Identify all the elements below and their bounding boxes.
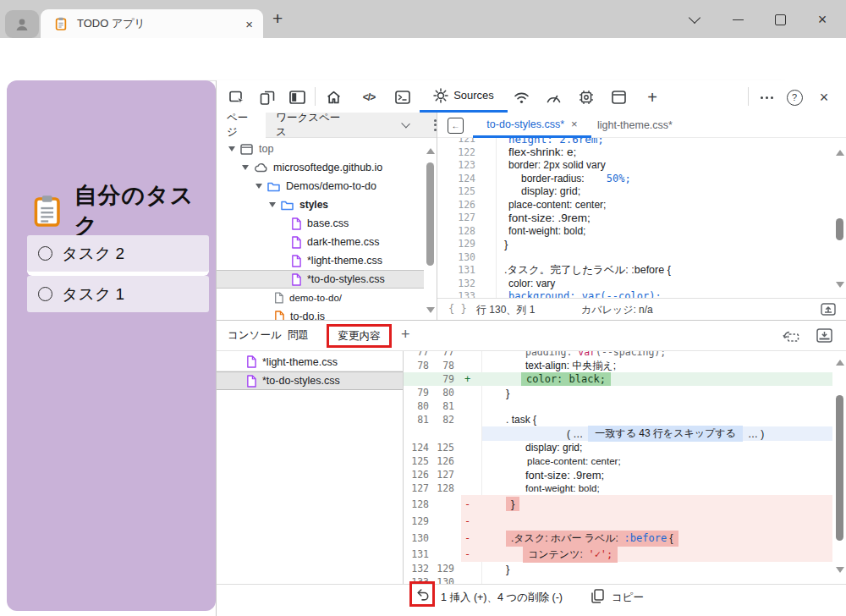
maximize-icon[interactable] xyxy=(767,8,793,30)
dock-drawer-icon[interactable] xyxy=(816,328,832,343)
changed-file-light-theme[interactable]: *light-theme.css xyxy=(217,353,403,371)
browser-toolbar: microsoftedge.github.io/Demos/demo-to-do… xyxy=(0,38,846,76)
copy-button[interactable]: コピー xyxy=(612,591,644,605)
tab-workspace[interactable]: ワークスペース xyxy=(266,111,354,140)
diff-skip-band[interactable]: ( …一致する 43 行をスキップする… ) xyxy=(482,426,832,441)
browser-tab[interactable]: TODO アプリ × xyxy=(41,9,263,38)
tree-item-dark-theme-css[interactable]: dark-theme.css xyxy=(217,233,425,251)
focus-page-icon[interactable] xyxy=(286,86,308,108)
revert-icon[interactable] xyxy=(415,587,430,601)
diff-row: 125126 place-content: center; xyxy=(404,454,832,468)
toolbar-separator xyxy=(748,87,749,106)
diff-view[interactable]: 7777 padding: var(--spacing); 7878 text-… xyxy=(404,351,846,584)
profile-button[interactable] xyxy=(5,10,39,38)
device-emulation-icon[interactable] xyxy=(256,86,278,108)
devtools-close-icon[interactable]: × xyxy=(813,86,835,108)
tree-item-to-do-styles-css[interactable]: *to-do-styles.css xyxy=(217,270,425,289)
navigator-tab-strip: ページ ワークスペース xyxy=(217,113,437,138)
css-file-icon xyxy=(291,217,301,230)
expand-arrow-icon[interactable] xyxy=(242,165,249,170)
more-tabs-chevron-icon[interactable] xyxy=(401,119,410,129)
expand-arrow-icon[interactable] xyxy=(269,202,276,207)
console-tool-icon[interactable] xyxy=(392,86,414,108)
diff-row-deleted: 129- xyxy=(404,513,832,530)
tab-search-chevron-icon[interactable] xyxy=(682,8,707,30)
drawer-more-tabs-icon[interactable]: + xyxy=(401,326,410,344)
navigator-toggle-icon[interactable]: ← xyxy=(448,118,464,134)
tab-close-icon[interactable]: × xyxy=(571,118,578,130)
welcome-home-icon[interactable] xyxy=(322,86,344,108)
expand-arrow-icon[interactable] xyxy=(228,146,235,151)
tab-close-icon[interactable]: × xyxy=(245,17,253,31)
person-icon xyxy=(14,16,30,33)
minimize-icon[interactable] xyxy=(725,8,750,30)
open-file-icon[interactable] xyxy=(821,303,836,316)
clipboard-icon xyxy=(32,194,62,228)
js-file-icon xyxy=(274,311,284,321)
toolbar-separator xyxy=(315,87,316,106)
tree-item-styles-folder[interactable]: styles xyxy=(217,195,425,214)
diff-summary: 1 挿入 (+)、4 つの削除 (-) xyxy=(441,591,563,605)
css-file-icon xyxy=(246,375,256,388)
refresh-required-icon[interactable] xyxy=(782,328,800,344)
tab-page[interactable]: ページ xyxy=(217,113,266,138)
diff-row: 7777 padding: var(--spacing); xyxy=(404,351,832,359)
todo-app-title: 自分のタスク xyxy=(74,180,216,241)
memory-tool-icon[interactable] xyxy=(575,86,597,108)
editor-tab-light-theme[interactable]: light-theme.css* xyxy=(597,113,673,138)
diff-row: 133130 xyxy=(404,575,832,584)
sources-debug-icon xyxy=(433,88,448,103)
tab-sources[interactable]: Sources xyxy=(420,80,508,113)
css-file-icon xyxy=(291,255,301,267)
file-tree: top microsoftedge.github.io Demos/demo-t… xyxy=(217,138,425,320)
tree-item-demo-to-do[interactable]: demo-to-do/ xyxy=(217,289,425,307)
tab-changes[interactable]: 変更内容 xyxy=(338,329,381,344)
diff-scrollbar[interactable] xyxy=(833,353,846,582)
tree-item-base-css[interactable]: base.css xyxy=(217,214,425,233)
copy-icon[interactable] xyxy=(591,589,604,603)
network-tool-icon[interactable] xyxy=(510,86,532,108)
css-file-icon xyxy=(291,236,301,249)
tab-issues[interactable]: 問題 xyxy=(288,328,309,343)
coverage-status: カバレッジ: n/a xyxy=(581,303,653,317)
cursor-position: 行 130、列 1 xyxy=(476,303,535,317)
navigator-scrollbar[interactable] xyxy=(424,140,437,320)
changed-file-to-do-styles[interactable]: *to-do-styles.css xyxy=(217,371,403,390)
window-close-icon[interactable]: × xyxy=(810,8,835,30)
devtools-help-icon[interactable]: ? xyxy=(783,86,805,108)
tree-item-to-do-js[interactable]: to-do.js xyxy=(217,307,425,320)
folder-icon xyxy=(267,181,280,192)
task-row[interactable]: タスク 2 xyxy=(27,235,209,272)
tree-item-origin[interactable]: microsoftedge.github.io xyxy=(217,158,425,177)
browser-titlebar: TODO アプリ × + × xyxy=(0,0,846,38)
task-label: タスク 2 xyxy=(62,243,124,265)
more-tools-plus-icon[interactable]: + xyxy=(641,86,663,108)
sources-label: Sources xyxy=(453,89,494,102)
diff-row: 126127 font-size: .9rem; xyxy=(404,468,832,481)
drawer-tab-strip: コンソール 問題 変更内容 + xyxy=(217,320,846,351)
devtools-customize-icon[interactable] xyxy=(755,86,777,108)
performance-tool-icon[interactable] xyxy=(542,86,564,108)
tree-item-top[interactable]: top xyxy=(217,140,425,158)
task-row[interactable]: タスク 1 xyxy=(27,276,209,312)
inspect-element-icon[interactable] xyxy=(226,86,248,108)
application-tool-icon[interactable] xyxy=(607,86,629,108)
annotation-redbox-changes: 変更内容 xyxy=(327,324,392,348)
expand-arrow-icon[interactable] xyxy=(255,184,262,189)
elements-tool-icon[interactable]: </> xyxy=(358,86,380,108)
tree-item-demos-folder[interactable]: Demos/demo-to-do xyxy=(217,177,425,195)
editor-tab-to-do-styles[interactable]: to-do-styles.css* × xyxy=(473,113,591,138)
task-checkbox-icon[interactable] xyxy=(38,287,52,301)
tab-console[interactable]: コンソール xyxy=(228,328,282,343)
editor-scrollbar[interactable] xyxy=(833,140,846,298)
diff-footer: 1 挿入 (+)、4 つの削除 (-) コピー xyxy=(217,584,846,608)
editor-status-bar: { } 行 130、列 1 カバレッジ: n/a xyxy=(437,298,846,320)
task-checkbox-icon[interactable] xyxy=(38,246,52,261)
braces-icon: { } xyxy=(448,303,467,315)
css-file-icon xyxy=(291,273,301,286)
diff-row: 127128 font-weight: bold; xyxy=(404,481,832,495)
new-tab-icon[interactable]: + xyxy=(272,8,283,29)
tree-item-light-theme-css[interactable]: *light-theme.css xyxy=(217,251,425,270)
task-label: タスク 1 xyxy=(62,283,124,305)
devtools-toolbar: </> Sources xyxy=(217,80,846,113)
